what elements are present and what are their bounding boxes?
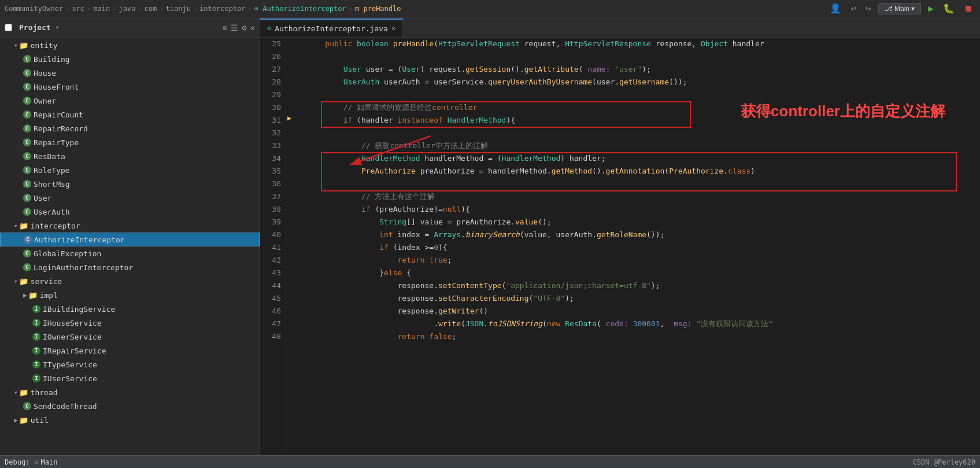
tree-item-iuserservice[interactable]: I IUserService [0, 371, 260, 385]
tree-item-globalexception[interactable]: C GlobalException [0, 246, 260, 260]
tree-item-sendcodethread[interactable]: C SendCodeThread [0, 399, 260, 413]
code-line-47: .write(JSON.toJSONString(new ResData( co… [307, 318, 980, 330]
tree-folder-entity[interactable]: ▾ 📁 entity [0, 38, 260, 52]
line-numbers: 25 26 27 28 29 30 31 32 33 34 35 36 37 3… [260, 38, 286, 468]
debug-main-icon: ⊙ [34, 458, 38, 466]
code-line-45: response.setCharacterEncoding("UTF-8"); [307, 292, 980, 305]
code-line-30: // 如果请求的资源是经过controller [307, 101, 980, 114]
tree-item-repairrecord[interactable]: C RepairRecord [0, 121, 260, 135]
code-content[interactable]: 获得controller上的自定义注解 public boolean preHa… [298, 38, 980, 468]
tab-authorizeinterceptor[interactable]: ⊙ AuthorizeInterceptor.java ✕ [260, 19, 403, 37]
tree-item-housefront[interactable]: C HouseFront [0, 80, 260, 94]
code-line-41: if (index >=0){ [307, 241, 980, 254]
sidebar-header: Project ▾ ⊙ ☰ ⚙ ✕ [0, 17, 260, 38]
tree-item-ibuildingservice[interactable]: I IBuildingService [0, 302, 260, 316]
debug-label: Debug: [5, 458, 29, 466]
code-line-36 [307, 178, 980, 190]
sidebar-tree: ▾ 📁 entity C Building C House C HouseFro… [0, 38, 260, 468]
tree-item-repaircount[interactable]: C RepairCount [0, 108, 260, 121]
tree-item-owner[interactable]: C Owner [0, 94, 260, 108]
sidebar-title: Project [19, 23, 51, 32]
tree-folder-interceptor[interactable]: ▾ 📁 interceptor [0, 219, 260, 233]
tree-item-ihouseservice[interactable]: I IHouseService [0, 316, 260, 330]
code-line-44: response.setContentType("application/jso… [307, 279, 980, 292]
locate-icon[interactable]: ⊙ [223, 23, 227, 32]
code-editor: 25 26 27 28 29 30 31 32 33 34 35 36 37 3… [260, 38, 980, 468]
debug-bar-right: CSDN @Perley620 [913, 458, 975, 466]
code-line-32 [307, 127, 980, 139]
tree-folder-thread[interactable]: ▾ 📁 thread [0, 385, 260, 399]
tab-label: AuthorizeInterceptor.java [275, 24, 388, 33]
tree-item-irepairservice[interactable]: I IRepairService [0, 344, 260, 358]
debug-run-icon[interactable]: 🐛 [941, 3, 957, 14]
forward-icon[interactable]: ↪ [863, 3, 874, 14]
tree-item-authorizeinterceptor[interactable]: C AuthorizeInterceptor [0, 233, 260, 246]
branch-button[interactable]: ⎇ Main ▾ [878, 3, 922, 14]
tree-folder-impl[interactable]: ▶ 📁 impl [0, 288, 260, 302]
code-line-43: }else { [307, 267, 980, 279]
run-icon[interactable]: ▶ [926, 3, 936, 14]
debug-branch: Main [41, 458, 58, 466]
code-line-25: public boolean preHandle(HttpServletRequ… [307, 38, 980, 50]
tree-item-roletype[interactable]: C RoleType [0, 163, 260, 177]
code-line-27: User user = (User) request.getSession().… [307, 63, 980, 76]
tree-item-userauth[interactable]: C UserAuth [0, 205, 260, 219]
breadcrumb-communityowner[interactable]: CommunityOwner [5, 5, 63, 13]
person-icon[interactable]: 👤 [827, 3, 844, 14]
code-line-42: return true; [307, 254, 980, 267]
tree-item-resdata[interactable]: C ResData [0, 149, 260, 163]
breadcrumb: CommunityOwner › src › main › java › com… [5, 5, 401, 13]
tree-folder-service[interactable]: ▾ 📁 service [0, 274, 260, 288]
code-line-48: return false; [307, 330, 980, 343]
debug-bar: Debug: ⊙ Main CSDN @Perley620 [0, 455, 980, 468]
code-line-31: if (handler instanceof HandlerMethod){ [307, 114, 980, 127]
tab-bar: ⊙ AuthorizeInterceptor.java ✕ [260, 17, 980, 38]
top-bar: CommunityOwner › src › main › java › com… [0, 0, 980, 17]
code-line-26 [307, 50, 980, 63]
tree-item-loginauthorinterceptor[interactable]: C LoginAuthorInterceptor [0, 260, 260, 274]
stop-icon[interactable]: ⏹ [961, 3, 975, 14]
code-line-40: int index = Arrays.binarySearch(value, u… [307, 229, 980, 241]
tree-item-repairtype[interactable]: C RepairType [0, 135, 260, 149]
main-layout: Project ▾ ⊙ ☰ ⚙ ✕ ▾ 📁 entity C Building … [0, 17, 980, 468]
tree-item-iownerservice[interactable]: I IOwnerService [0, 330, 260, 344]
tree-item-itypeservice[interactable]: I ITypeService [0, 358, 260, 371]
project-checkbox[interactable] [5, 24, 12, 31]
collapse-icon[interactable]: ☰ [231, 23, 238, 32]
sidebar: Project ▾ ⊙ ☰ ⚙ ✕ ▾ 📁 entity C Building … [0, 17, 260, 468]
code-line-46: response.getWriter() [307, 305, 980, 318]
code-line-28: UserAuth userAuth = userService.queryUse… [307, 76, 980, 89]
code-line-38: if (preAuthorize!=null){ [307, 203, 980, 216]
editor-area: ⊙ AuthorizeInterceptor.java ✕ 25 26 27 2… [260, 17, 980, 468]
top-bar-right: 👤 ↩ ↪ ⎇ Main ▾ ▶ 🐛 ⏹ [827, 3, 975, 14]
close-sidebar-icon[interactable]: ✕ [250, 23, 255, 32]
sidebar-actions: ⊙ ☰ ⚙ ✕ [223, 23, 255, 32]
gutter-arrow-31: ▶ [287, 114, 291, 122]
gutter: ▶ [286, 38, 298, 468]
code-line-35: PreAuthorize preAuthorize = handlerMetho… [307, 165, 980, 178]
tree-folder-util[interactable]: ▶ 📁 util [0, 413, 260, 427]
code-line-34: HandlerMethod handlerMethod = (HandlerMe… [307, 152, 980, 165]
code-line-37: // 方法上有这个注解 [307, 190, 980, 203]
tab-close-button[interactable]: ✕ [391, 24, 395, 32]
tree-item-shortmsg[interactable]: C ShortMsg [0, 177, 260, 191]
back-icon[interactable]: ↩ [848, 3, 859, 14]
code-line-33: // 获取controller中方法上的注解 [307, 139, 980, 152]
code-line-39: String[] value = preAuthorize.value(); [307, 216, 980, 229]
tree-item-house[interactable]: C House [0, 66, 260, 80]
options-icon[interactable]: ⚙ [242, 23, 246, 32]
code-line-29 [307, 89, 980, 101]
tree-item-user[interactable]: C User [0, 191, 260, 205]
tree-item-building[interactable]: C Building [0, 52, 260, 66]
